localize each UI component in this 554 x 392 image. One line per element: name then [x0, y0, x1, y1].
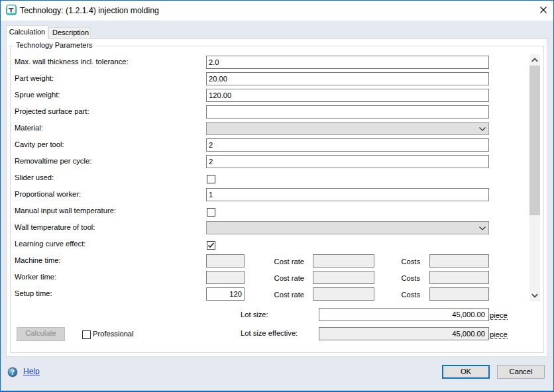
svg-text:?: ?: [11, 368, 15, 377]
